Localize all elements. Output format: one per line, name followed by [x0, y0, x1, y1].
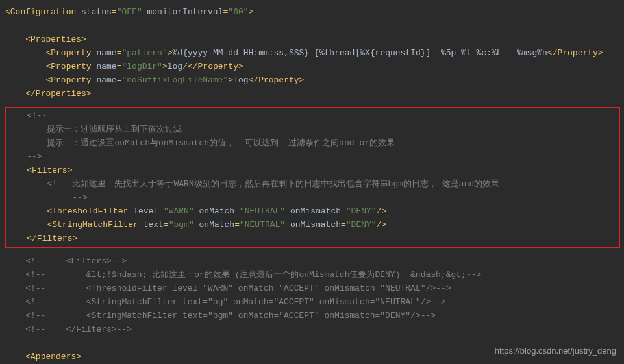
- code-line: <ThresholdFilter level="WARN" onMatch="N…: [6, 204, 619, 218]
- code-line: <StringMatchFilter text="bgm" onMatch="N…: [6, 218, 619, 232]
- code-line: <!-- <StringMatchFilter text="bgm" onMat…: [5, 309, 624, 322]
- code-line: <Property name="logDir">log/</Property>: [5, 60, 624, 73]
- code-line: <Filters>: [6, 164, 619, 177]
- code-line: <Configuration status="OFF" monitorInter…: [5, 5, 624, 19]
- watermark: https://blog.csdn.net/justry_deng: [495, 344, 616, 358]
- code-line: <Properties>: [5, 32, 624, 46]
- code-line: -->: [6, 191, 619, 204]
- code-line: -->: [6, 150, 619, 164]
- code-line: <Property name="pattern">%d{yyyy-MM-dd H…: [5, 46, 624, 60]
- code-line: 提示一：过滤顺序从上到下依次过滤: [6, 123, 619, 136]
- code-line: </Filters>: [6, 232, 619, 245]
- code-line: </Properties>: [5, 87, 624, 101]
- code-line: 提示二：通过设置onMatch与onMismatch的值， 可以达到 过滤条件之…: [6, 136, 619, 150]
- code-line: <!--: [6, 109, 619, 123]
- code-line: <!-- </Filters>-->: [5, 322, 624, 336]
- code-line: <!-- 比如这里：先找出大于等于WARN级别的日志，然后再在剩下的日志中找出包…: [6, 177, 619, 191]
- code-block: <Configuration status="OFF" monitorInter…: [5, 5, 624, 363]
- code-line: <!-- <ThresholdFilter level="WARN" onMat…: [5, 282, 624, 295]
- highlighted-section: <!-- 提示一：过滤顺序从上到下依次过滤 提示二：通过设置onMatch与on…: [5, 107, 620, 248]
- code-line: <Property name="noSuffixLogFileName">log…: [5, 73, 624, 87]
- code-line: <!-- <Filters>-->: [5, 254, 624, 268]
- code-line: [5, 19, 624, 32]
- code-line: <!-- &lt;!&ndash; 比如这里：or的效果 (注意最后一个的onM…: [5, 268, 624, 282]
- code-line: <!-- <StringMatchFilter text="bg" onMatc…: [5, 295, 624, 309]
